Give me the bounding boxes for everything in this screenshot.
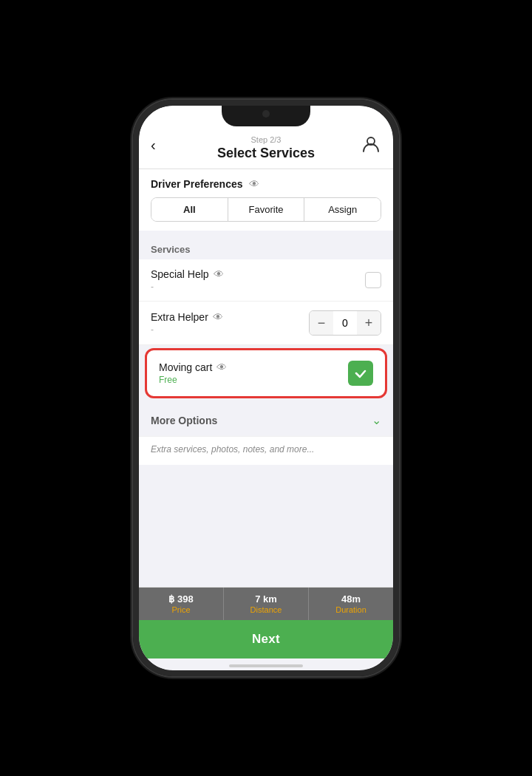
chevron-down-icon: ⌄ [372, 413, 381, 427]
stat-duration: 48m Duration [309, 588, 393, 620]
driver-preferences-card: Driver Preferences 👁 All Favorite Assign [139, 169, 393, 231]
stat-distance: 7 km Distance [224, 588, 309, 620]
extra-helper-price: - [151, 324, 223, 335]
more-options-header[interactable]: More Options ⌄ [139, 404, 393, 436]
extra-helper-label: Extra Helper [151, 311, 208, 323]
special-help-eye-icon: 👁 [214, 268, 224, 280]
bottom-bar: ฿ 398 Price 7 km Distance 48m Duration N… [139, 587, 393, 670]
special-help-price: - [151, 282, 224, 292]
driver-preference-tabs: All Favorite Assign [151, 197, 381, 222]
stat-price: ฿ 398 Price [139, 588, 224, 620]
moving-cart-label: Moving cart [159, 361, 212, 373]
distance-label: Distance [250, 605, 282, 614]
moving-cart-price: Free [159, 375, 227, 385]
special-help-checkbox[interactable] [365, 272, 381, 288]
user-icon[interactable] [361, 134, 381, 157]
page-title: Select Services [151, 146, 381, 161]
back-button[interactable]: ‹ [151, 137, 156, 154]
tab-assign[interactable]: Assign [304, 198, 381, 221]
tab-favorite[interactable]: Favorite [228, 198, 305, 221]
more-options-description: Extra services, photos, notes, and more.… [139, 436, 393, 465]
step-indicator: Step 2/3 [151, 135, 381, 144]
stepper-minus[interactable]: − [310, 311, 333, 335]
main-scroll: Driver Preferences 👁 All Favorite Assign… [139, 169, 393, 587]
price-label: Price [171, 605, 190, 614]
duration-value: 48m [341, 593, 361, 605]
service-special-help: Special Help 👁 - [139, 259, 393, 302]
extra-helper-stepper: − 0 + [309, 310, 381, 336]
driver-preferences-label: Driver Preferences [151, 178, 243, 190]
stepper-value: 0 [333, 317, 357, 329]
moving-cart-eye-icon: 👁 [216, 361, 227, 373]
moving-cart-checkbox[interactable] [348, 361, 373, 386]
service-extra-helper: Extra Helper 👁 - − 0 + [139, 302, 393, 345]
spacer [139, 471, 393, 500]
home-bar [229, 664, 303, 667]
more-options-card: More Options ⌄ Extra services, photos, n… [139, 404, 393, 465]
home-indicator [139, 658, 393, 670]
eye-icon: 👁 [249, 178, 259, 190]
more-options-label: More Options [151, 415, 217, 426]
distance-value: 7 km [255, 593, 277, 605]
services-section-header: Services [139, 236, 393, 259]
tab-all[interactable]: All [151, 198, 228, 221]
next-button[interactable]: Next [139, 620, 393, 658]
special-help-label: Special Help [151, 268, 209, 280]
extra-helper-eye-icon: 👁 [213, 311, 223, 323]
pref-header: Driver Preferences 👁 [151, 178, 381, 190]
stats-bar: ฿ 398 Price 7 km Distance 48m Duration [139, 588, 393, 620]
stepper-plus[interactable]: + [357, 311, 381, 335]
duration-label: Duration [335, 605, 366, 614]
service-moving-cart: Moving cart 👁 Free [145, 348, 387, 398]
price-value: ฿ 398 [168, 593, 193, 605]
